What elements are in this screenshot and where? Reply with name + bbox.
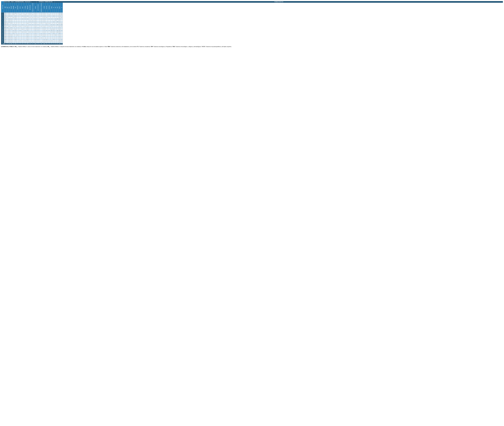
cell-estatina: 1 [34, 23, 37, 24]
cell-temn [51, 27, 53, 28]
cell-tiad [57, 28, 59, 30]
cell-dm0 [19, 17, 21, 18]
cell-fumador [17, 42, 19, 43]
cell-ezet [46, 33, 48, 34]
cell-renal: 1 [24, 40, 27, 42]
cell-secundaria [29, 37, 31, 39]
cell-dm0 [19, 24, 21, 26]
cell-tnp [55, 15, 57, 17]
cell-hombre [12, 23, 15, 24]
cell-num: 11 [1, 27, 4, 28]
cell-mujer [10, 13, 12, 14]
cell-fenof [48, 20, 51, 21]
cell-anios4 [43, 24, 46, 26]
cell-temn [51, 42, 53, 43]
cell-secundaria [29, 18, 31, 20]
cell-fumador [17, 28, 19, 30]
cell-temn [51, 36, 53, 37]
cell-fenof [48, 37, 51, 39]
cell-hombre [12, 34, 15, 36]
cell-dm0 [19, 23, 21, 24]
cell-dislip [31, 15, 34, 17]
cell-hta: 1 [15, 18, 17, 20]
cell-dm0 [19, 18, 21, 20]
cell-anos: 73 [4, 34, 7, 36]
cell-a7084: 1 [8, 30, 10, 31]
cell-ezet [46, 20, 48, 21]
cell-primaria [27, 21, 29, 23]
cell-num: 13 [1, 30, 4, 31]
cell-tmetc: 1* [59, 40, 61, 42]
cell-fumador [17, 15, 19, 17]
cell-anios4: 1 [43, 20, 46, 21]
cell-num: 12 [1, 28, 4, 30]
cell-anios4: 1 [43, 31, 46, 33]
cell-anos: 72 [4, 14, 7, 15]
cell-anios4: 1 [43, 27, 46, 28]
cell-temn: 1 [51, 40, 53, 42]
cell-anos: 65 [4, 23, 7, 24]
table-row: 5741111111111111*1* [1, 18, 503, 20]
cell-dm1 [21, 23, 24, 24]
cell-anios4: 1 [43, 34, 46, 36]
cell-alta: 1 [37, 27, 40, 28]
cell-tc [53, 23, 55, 24]
cell-num: 10 [1, 26, 4, 27]
cell-moderada: 1 [40, 21, 43, 23]
cell-a6069: 1 [7, 17, 8, 18]
cell-dislip: 1 [31, 24, 34, 26]
cell-estatina: 1 [34, 28, 37, 30]
cell-tiad: 1* [57, 31, 59, 33]
cell-anios4: 1 [43, 17, 46, 18]
cell-tiad: 1* [57, 18, 59, 20]
cell-num: 1 [1, 13, 4, 14]
cell-tmetc: 1 [59, 42, 61, 43]
cell-ezet [46, 21, 48, 23]
cell-dm0 [19, 37, 21, 39]
col-fumador: FUMADOR [17, 3, 19, 13]
cell-anos: 78 [4, 21, 7, 23]
cell-tmetc: 1* [59, 33, 61, 34]
table-row: 1571111111111* [1, 33, 503, 34]
cell-temn [51, 34, 53, 36]
cell-mujer [10, 14, 12, 15]
cell-temn: 1 [51, 31, 53, 33]
cell-IF: 1 [61, 26, 63, 27]
cell-mujer [10, 24, 12, 26]
cell-anios4: 1 [43, 42, 46, 43]
cell-alta [37, 20, 40, 21]
cell-tnp [55, 39, 57, 40]
total-cell: 5 [57, 43, 59, 45]
cell-estatina: 1 [34, 21, 37, 23]
col-temn: TEMN [51, 3, 53, 13]
cell-tnp [55, 21, 57, 23]
cell-dislip [31, 37, 34, 39]
cell-fenof [48, 21, 51, 23]
table-row: 217911111111 [1, 42, 503, 43]
cell-hta [15, 34, 17, 36]
cell-dislip [31, 40, 34, 42]
cell-a7084: 1 [8, 33, 10, 34]
cell-hombre: 1 [12, 26, 15, 27]
cell-dm1 [21, 39, 24, 40]
cell-tiad [57, 13, 59, 14]
cell-a7084 [8, 23, 10, 24]
cell-secundaria: 1 [29, 13, 31, 14]
cell-temn: 1 [51, 18, 53, 20]
cell-anos: 63 [4, 27, 7, 28]
cell-a7084: 1 [8, 40, 10, 42]
cell-moderada [40, 17, 43, 18]
cell-tc: 1 [53, 24, 55, 26]
cell-primaria: 1 [27, 39, 29, 40]
cell-alta [37, 34, 40, 36]
cell-tnp [55, 17, 57, 18]
cell-a6069 [7, 14, 8, 15]
cell-fumador [17, 31, 19, 33]
cell-tiad [57, 17, 59, 18]
cell-IF [61, 37, 63, 39]
cell-a7084: 1 [8, 26, 10, 27]
cell-tnp [55, 24, 57, 26]
cell-num: 3 [1, 15, 4, 17]
cell-fenof [48, 31, 51, 33]
cell-secundaria [29, 28, 31, 30]
